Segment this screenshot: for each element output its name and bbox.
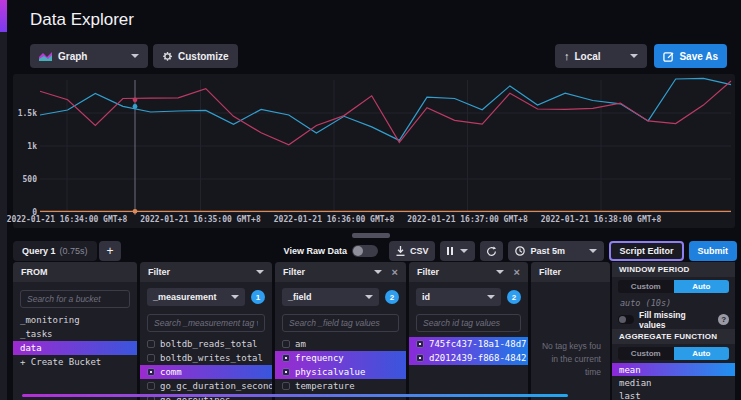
x-tick-label: 2022-01-21 16:34:00 GMT+8 [1, 215, 133, 224]
selected-count-badge: 2 [507, 290, 521, 304]
local-dropdown[interactable]: ↑ Local [555, 44, 647, 68]
local-label: Local [575, 51, 601, 62]
tag-key-label: id [422, 292, 430, 302]
empty-filter-message: No tag keys fou in the current time [538, 340, 603, 378]
measurement-search-input[interactable] [147, 314, 265, 332]
checkbox[interactable] [147, 340, 155, 348]
tag-value-row[interactable]: boltdb_writes_total [140, 351, 272, 365]
filter-card-measurement: Filter _measurement 1 boltdb_reads_total… [140, 262, 272, 400]
script-editor-button[interactable]: Script Editor [609, 241, 683, 261]
custom-option[interactable]: Custom [618, 347, 674, 360]
query-tab[interactable]: Query 1 (0.75s) [13, 241, 97, 261]
refresh-button[interactable] [480, 241, 503, 261]
aggregate-mode-toggle[interactable]: Custom Auto [618, 347, 729, 360]
selected-count-badge: 1 [251, 290, 265, 304]
chevron-down-icon[interactable] [256, 270, 264, 274]
bucket-label: data [20, 343, 42, 353]
aggregate-function-item[interactable]: median [612, 376, 735, 389]
chevron-down-icon [487, 295, 495, 299]
bucket-label: + Create Bucket [20, 357, 101, 367]
save-as-button[interactable]: Save As [654, 44, 727, 68]
aggregate-function-item[interactable]: mean [612, 363, 735, 376]
checkbox[interactable] [147, 368, 155, 376]
tag-value-row[interactable]: comm [140, 365, 272, 379]
view-raw-data-toggle[interactable] [352, 245, 378, 257]
tag-value-row[interactable]: temperature [275, 379, 406, 393]
window-period-value: auto (10s) [618, 297, 729, 309]
field-value-list: amfrequencyphysicalvaluetemperature [282, 337, 399, 393]
chevron-down-icon[interactable] [496, 270, 504, 274]
tag-value-row[interactable]: am [275, 337, 406, 351]
hover-point-orange [133, 209, 138, 214]
x-tick-label: 2022-01-21 16:35:00 GMT+8 [135, 215, 267, 224]
chevron-down-icon [589, 249, 597, 253]
tag-value-row[interactable]: d2012439-f868-4842-bfef-8… [409, 351, 528, 365]
checkbox[interactable] [147, 354, 155, 362]
bucket-item[interactable]: _tasks [13, 327, 137, 341]
tag-key-dropdown[interactable]: _measurement [147, 288, 245, 306]
tag-value-label: temperature [295, 381, 355, 391]
query-toolbar: Query 1 (0.75s) + View Raw Data CSV [13, 240, 737, 262]
submit-button[interactable]: Submit [689, 241, 738, 261]
filter-card-header: Filter × [275, 262, 406, 282]
series-blue [40, 78, 731, 140]
tag-value-label: physicalvalue [295, 367, 365, 377]
chevron-down-icon [460, 249, 468, 253]
tag-value-label: go_gc_duration_seconds [160, 381, 272, 391]
toggle-knob [353, 246, 363, 256]
checkbox[interactable] [282, 354, 290, 362]
checkbox[interactable] [416, 354, 424, 362]
tag-value-row[interactable]: go_gc_duration_seconds [140, 379, 272, 393]
auto-option[interactable]: Auto [674, 347, 730, 360]
query-tab-label: Query 1 [22, 246, 56, 256]
tag-key-dropdown[interactable]: _field [282, 288, 379, 306]
bucket-search-input[interactable] [20, 290, 130, 308]
window-period-mode-toggle[interactable]: Custom Auto [618, 280, 729, 293]
x-tick-label: 2022-01-21 16:38:00 GMT+8 [535, 215, 667, 224]
question-mark-icon[interactable]: ? [718, 314, 729, 325]
line-chart[interactable] [13, 74, 735, 228]
tag-key-label: _field [288, 292, 312, 302]
bucket-item[interactable]: data [13, 341, 137, 355]
custom-option[interactable]: Custom [618, 280, 674, 293]
filter-card-field: Filter × _field 2 amfrequencyphysicalval… [275, 262, 406, 400]
download-icon [396, 246, 405, 256]
customize-button[interactable]: Customize [153, 44, 238, 68]
checkbox[interactable] [282, 340, 290, 348]
graph-type-dropdown[interactable]: Graph [30, 44, 148, 68]
save-as-label: Save As [679, 51, 718, 62]
close-icon[interactable]: × [514, 267, 520, 278]
id-search-input[interactable] [416, 314, 521, 332]
bucket-label: _tasks [20, 329, 53, 339]
tag-value-row[interactable]: frequency [275, 351, 406, 365]
bucket-item[interactable]: + Create Bucket [13, 355, 137, 369]
script-editor-label: Script Editor [619, 246, 673, 256]
chevron-down-icon [231, 295, 239, 299]
field-search-input[interactable] [282, 314, 399, 332]
auto-option[interactable]: Auto [674, 280, 730, 293]
tag-value-row[interactable]: 745fc437-18a1-48d7-98a6-7… [409, 337, 528, 351]
chevron-down-icon[interactable] [374, 270, 382, 274]
checkbox[interactable] [282, 382, 290, 390]
checkbox[interactable] [416, 340, 424, 348]
resize-handle[interactable] [352, 233, 390, 238]
bucket-item[interactable]: _monitoring [13, 313, 137, 327]
hover-point-magenta [133, 97, 138, 102]
checkbox[interactable] [282, 368, 290, 376]
checkbox[interactable] [147, 382, 155, 390]
tag-key-dropdown[interactable]: id [416, 288, 501, 306]
csv-download-button[interactable]: CSV [389, 241, 436, 261]
filter-title: Filter [539, 267, 561, 277]
fill-missing-values-label: Fill missing values [639, 310, 713, 330]
horizontal-scrollbar[interactable] [22, 394, 568, 397]
tag-value-row[interactable]: boltdb_reads_total [140, 337, 272, 351]
fill-missing-values-toggle[interactable] [618, 315, 634, 324]
time-range-dropdown[interactable]: Past 5m [508, 241, 604, 261]
pause-dropdown-button[interactable] [440, 241, 475, 261]
visualization-toolbar: Graph Customize ↑ Local Save As [30, 44, 731, 68]
add-query-button[interactable]: + [99, 241, 121, 261]
close-icon[interactable]: × [392, 267, 398, 278]
query-builder: FROM _monitoring_tasksdata+ Create Bucke… [0, 262, 741, 400]
aggregate-function-item[interactable]: last [612, 389, 735, 400]
tag-value-row[interactable]: physicalvalue [275, 365, 406, 379]
